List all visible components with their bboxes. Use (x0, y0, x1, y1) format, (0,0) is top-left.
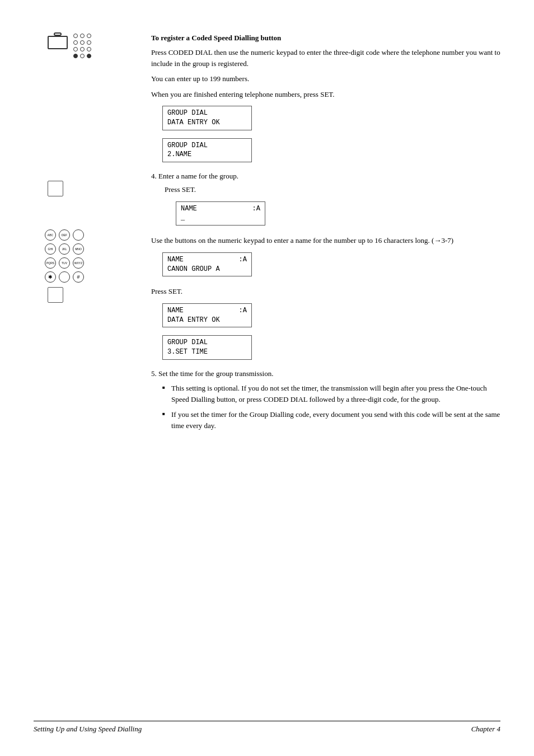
step5-text: 5. Set the time for the group transmissi… (151, 369, 500, 378)
set-button-icon-1 (48, 172, 63, 196)
para4: Use the buttons on the numeric keypad to… (151, 235, 500, 246)
step4-block: 4. Enter a name for the group. Press SET… (151, 172, 500, 227)
lcd-group-1: GROUP DIAL DATA ENTRY OK (162, 104, 500, 132)
lcd-group-5: NAME :A DATA ENTRY OK (162, 302, 500, 330)
lcd-group-3: NAME :A _ (176, 200, 500, 228)
lcd-group-2: GROUP DIAL 2.NAME (162, 137, 500, 165)
page: To register a Coded Speed Dialling butto… (0, 0, 534, 756)
lcd-display-6: GROUP DIAL 3.SET TIME (162, 335, 252, 360)
bullet-item-1: This setting is optional. If you do not … (162, 383, 500, 405)
section-heading: To register a Coded Speed Dialling butto… (151, 34, 500, 43)
step5-block: 5. Set the time for the group transmissi… (151, 369, 500, 431)
keypad-icon: ABC DEF GHI JKL MNO PQRS TUV WXYZ ✱ # (45, 229, 85, 284)
lcd-display-2: GROUP DIAL 2.NAME (162, 138, 252, 163)
para1: Press CODED DIAL then use the numeric ke… (151, 47, 500, 69)
lcd-display-5: NAME :A DATA ENTRY OK (162, 303, 252, 328)
lcd-display-1: GROUP DIAL DATA ENTRY OK (162, 106, 252, 130)
fax-icon-area (48, 34, 92, 59)
lcd-display-3: NAME :A _ (176, 201, 265, 226)
para2: You can enter up to 199 numbers. (151, 73, 500, 84)
press-set-2-section: Press SET. NAME :A DATA ENTRY OK GROUP D… (151, 286, 500, 361)
press-set-2: Press SET. (151, 286, 500, 297)
press-set-1: Press SET. (165, 184, 500, 195)
step4-text: 4. Enter a name for the group. (151, 172, 500, 181)
footer-right: Chapter 4 (471, 725, 500, 734)
keypad-section: ABC DEF GHI JKL MNO PQRS TUV WXYZ ✱ # (151, 235, 500, 278)
press-set-1-block: Press SET. NAME :A _ (165, 184, 500, 227)
para3: When you are finished entering telephone… (151, 89, 500, 100)
set-button-icon-2 (48, 286, 63, 303)
dot-grid-icon (73, 34, 92, 59)
footer: Setting Up and Using Speed Dialling Chap… (34, 721, 500, 734)
lcd-group-4: NAME :A CANON GROUP A (162, 251, 500, 279)
fax-icon (48, 36, 68, 49)
lcd-group-6: GROUP DIAL 3.SET TIME (162, 334, 500, 361)
lcd-display-4: NAME :A CANON GROUP A (162, 252, 252, 277)
footer-left: Setting Up and Using Speed Dialling (34, 725, 142, 734)
bullet-item-2: If you set the timer for the Group Diall… (162, 409, 500, 431)
bullet-list: This setting is optional. If you do not … (162, 383, 500, 431)
